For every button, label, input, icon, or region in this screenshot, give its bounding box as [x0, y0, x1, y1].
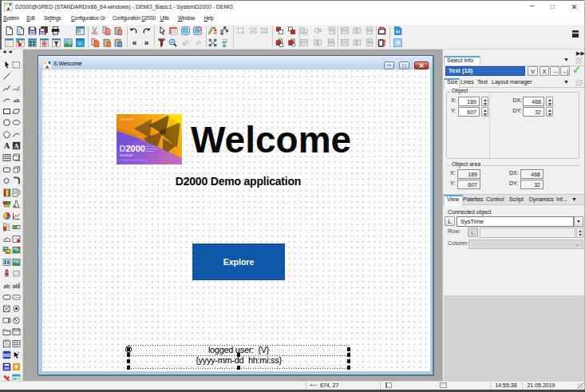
svg-text:© IPESOFT Technológie Žilina: © IPESOFT Technológie Žilina — [120, 159, 147, 161]
svg-text:SERVER: SERVER — [145, 150, 153, 152]
svg-text:»: » — [144, 38, 148, 47]
svg-text:ab: ab — [3, 282, 10, 289]
svg-text:2000: 2000 — [126, 143, 145, 152]
svg-text:ab: ab — [12, 282, 18, 289]
svg-text:VERZIA 12.0: VERZIA 12.0 — [120, 153, 133, 156]
svg-text:«: « — [132, 38, 136, 47]
svg-text:AZ: AZ — [395, 30, 400, 34]
svg-text:D•: D• — [78, 42, 82, 46]
svg-text:A: A — [14, 142, 19, 150]
svg-text:A: A — [4, 142, 10, 151]
svg-text:D: D — [120, 143, 126, 152]
svg-text:IPESOFT: IPESOFT — [121, 118, 134, 121]
svg-text:2: 2 — [225, 38, 227, 42]
svg-text:SVG: SVG — [3, 354, 11, 358]
